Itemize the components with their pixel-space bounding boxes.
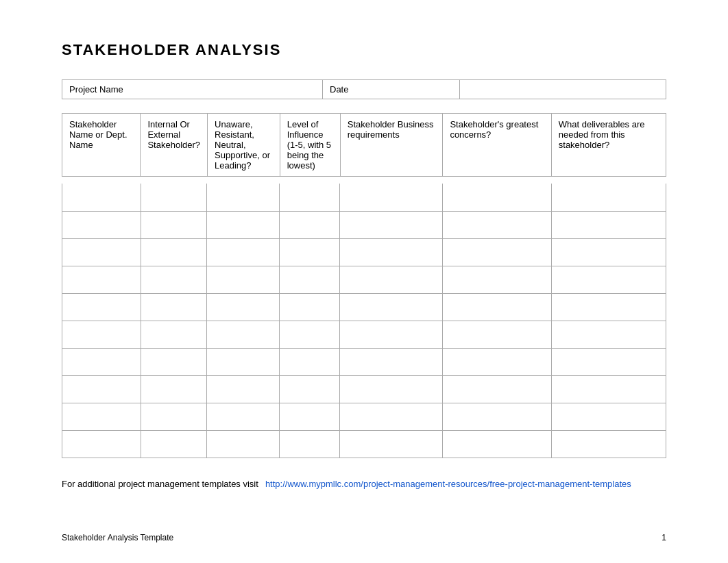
col-header-2: Internal Or External Stakeholder? xyxy=(141,114,208,177)
table-row xyxy=(62,321,666,348)
data-cell xyxy=(207,238,280,266)
table-row xyxy=(62,375,666,403)
data-cell xyxy=(443,348,552,375)
date-cell: Date xyxy=(323,80,460,99)
col-header-5: Stakeholder Business requirements xyxy=(340,114,443,177)
data-cell xyxy=(443,430,552,458)
data-cell xyxy=(141,211,207,238)
table-row xyxy=(62,211,666,238)
data-cell xyxy=(443,238,552,266)
table-row xyxy=(62,403,666,430)
data-cell xyxy=(62,266,141,293)
meta-row: Project Name Date xyxy=(62,79,666,99)
data-cell xyxy=(141,238,207,266)
data-cell xyxy=(207,403,280,430)
data-cell xyxy=(62,321,141,348)
data-cell xyxy=(551,184,666,211)
data-cell xyxy=(141,293,207,321)
col-header-1: Stakeholder Name or Dept. Name xyxy=(62,114,141,177)
data-cell xyxy=(551,238,666,266)
data-cell xyxy=(207,430,280,458)
data-cell xyxy=(280,375,340,403)
table-row xyxy=(62,293,666,321)
project-name-cell: Project Name xyxy=(62,80,323,99)
data-cell xyxy=(207,293,280,321)
data-cell xyxy=(443,266,552,293)
data-cell xyxy=(443,403,552,430)
data-cell xyxy=(280,321,340,348)
data-cell xyxy=(340,293,443,321)
data-cell xyxy=(551,375,666,403)
table-row xyxy=(62,184,666,211)
data-cell xyxy=(340,321,443,348)
page-container: STAKEHOLDER ANALYSIS Project Name Date S… xyxy=(0,0,728,563)
data-cell xyxy=(280,348,340,375)
page-number: 1 xyxy=(662,533,666,542)
data-cell xyxy=(443,293,552,321)
data-cell xyxy=(62,184,141,211)
page-title: STAKEHOLDER ANALYSIS xyxy=(62,41,666,59)
footer-text: For additional project management templa… xyxy=(62,479,258,489)
data-cell xyxy=(62,211,141,238)
data-cell xyxy=(551,266,666,293)
data-cell xyxy=(62,403,141,430)
footer-link-row: For additional project management templa… xyxy=(62,479,666,489)
table-row xyxy=(62,266,666,293)
data-cell xyxy=(551,348,666,375)
data-cell xyxy=(340,403,443,430)
data-cell xyxy=(280,184,340,211)
meta-spacer xyxy=(460,80,666,99)
data-cell xyxy=(280,403,340,430)
data-cell xyxy=(141,321,207,348)
col-header-7: What deliverables are needed from this s… xyxy=(551,114,666,177)
data-cell xyxy=(443,375,552,403)
data-cell xyxy=(443,211,552,238)
data-cell xyxy=(141,184,207,211)
data-cell xyxy=(340,184,443,211)
data-cell xyxy=(340,375,443,403)
col-header-6: Stakeholder's greatest concerns? xyxy=(443,114,551,177)
footer-template-label: Stakeholder Analysis Template xyxy=(62,533,173,542)
data-table xyxy=(62,184,666,458)
data-cell xyxy=(340,211,443,238)
data-cell xyxy=(62,430,141,458)
data-cell xyxy=(62,348,141,375)
data-cell xyxy=(207,211,280,238)
data-cell xyxy=(141,375,207,403)
data-cell xyxy=(207,375,280,403)
data-cell xyxy=(443,184,552,211)
data-cell xyxy=(62,293,141,321)
data-cell xyxy=(551,321,666,348)
page-footer: Stakeholder Analysis Template 1 xyxy=(62,533,666,542)
header-table: Stakeholder Name or Dept. Name Internal … xyxy=(62,113,666,177)
col-header-4: Level of Influence (1-5, with 5 being th… xyxy=(280,114,340,177)
data-cell xyxy=(340,430,443,458)
data-cell xyxy=(280,211,340,238)
data-cell xyxy=(280,430,340,458)
data-cell xyxy=(62,375,141,403)
data-cell xyxy=(551,403,666,430)
data-cell xyxy=(207,184,280,211)
col-header-3: Unaware, Resistant, Neutral, Supportive,… xyxy=(208,114,280,177)
data-cell xyxy=(141,430,207,458)
data-cell xyxy=(551,293,666,321)
data-cell xyxy=(141,266,207,293)
data-cell xyxy=(551,211,666,238)
data-cell xyxy=(340,348,443,375)
data-cell xyxy=(280,293,340,321)
data-cell xyxy=(62,238,141,266)
data-cell xyxy=(141,403,207,430)
data-cell xyxy=(207,266,280,293)
data-cell xyxy=(141,348,207,375)
table-row xyxy=(62,238,666,266)
table-row xyxy=(62,348,666,375)
data-cell xyxy=(340,238,443,266)
data-cell xyxy=(280,238,340,266)
data-cell xyxy=(207,321,280,348)
data-cell xyxy=(207,348,280,375)
data-cell xyxy=(280,266,340,293)
data-cell xyxy=(340,266,443,293)
footer-link[interactable]: http://www.mypmllc.com/project-managemen… xyxy=(265,479,631,489)
data-cell xyxy=(443,321,552,348)
table-row xyxy=(62,430,666,458)
